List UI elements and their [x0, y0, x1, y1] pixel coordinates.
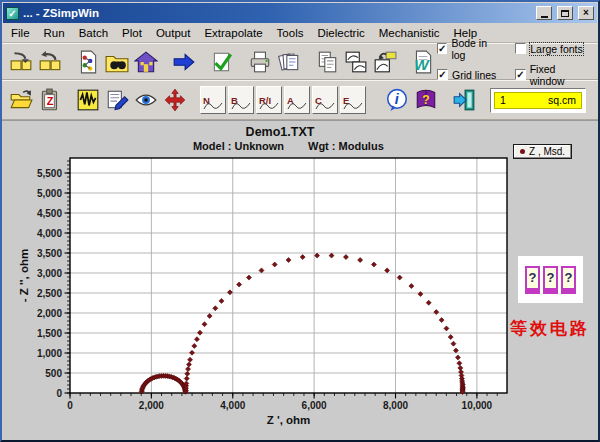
bode-in-log-label: Bode in log	[451, 37, 499, 61]
menu-run[interactable]: Run	[37, 25, 72, 41]
large-fonts-checkbox-box[interactable]	[515, 43, 526, 54]
home-icon	[134, 50, 158, 74]
signal-button[interactable]	[73, 86, 102, 115]
run-next-button[interactable]	[169, 47, 198, 76]
svg-text:Z: Z	[46, 95, 53, 107]
toolbar-top-buttons: W	[6, 47, 437, 76]
plot-real-imag-button[interactable]: R/I	[256, 86, 282, 114]
notepad-pen-icon	[105, 88, 129, 112]
menu-batch[interactable]: Batch	[72, 25, 115, 41]
home-button[interactable]	[131, 47, 160, 76]
chart-windows-icon	[344, 50, 368, 74]
question-card-icon: ?	[543, 266, 558, 294]
arrow-right-icon	[172, 50, 196, 74]
move-arrows-icon	[163, 88, 187, 112]
menu-output[interactable]: Output	[149, 25, 198, 41]
bode-in-log-checkbox-box[interactable]: ✓	[437, 43, 447, 54]
legend-marker-icon	[520, 149, 525, 154]
checkbox-grid-lines[interactable]: ✓ Grid lines	[437, 63, 499, 87]
view-button[interactable]	[131, 86, 160, 115]
toolbar-bottom-buttons: Z	[6, 86, 189, 115]
plot-bode-button[interactable]: B	[228, 86, 254, 114]
grid-lines-checkbox-box[interactable]: ✓	[437, 69, 448, 80]
export-chart-icon	[373, 50, 397, 74]
fixed-window-checkbox-box[interactable]: ✓	[515, 69, 525, 80]
chart-legend[interactable]: Z , Msd.	[513, 144, 572, 159]
paste-impedance-button[interactable]: Z	[35, 86, 64, 115]
molecule-doc-icon	[76, 50, 100, 74]
question-card-icon: ?	[561, 266, 576, 294]
minimize-icon	[541, 16, 548, 18]
open-data-file-button[interactable]	[6, 86, 35, 115]
print-preview-button[interactable]	[274, 47, 303, 76]
svg-text:1,000: 1,000	[37, 348, 62, 359]
word-doc-icon: W	[411, 50, 435, 74]
menu-dielectric[interactable]: Dielectric	[310, 25, 371, 41]
area-value[interactable]: 1	[500, 94, 506, 106]
plot-type-buttons: N B R/I A C E	[199, 86, 367, 114]
checkbox-bode-in-log[interactable]: ✓ Bode in log	[437, 37, 499, 61]
close-icon: ×	[583, 8, 589, 18]
export-chart-button[interactable]	[370, 47, 399, 76]
export-word-button[interactable]: W	[408, 47, 437, 76]
save-data-button[interactable]	[6, 47, 35, 76]
window-title: ... - ZSimpWin	[23, 7, 531, 19]
area-unit-label: sq.cm	[548, 94, 576, 106]
svg-text:?: ?	[422, 93, 429, 107]
help-button[interactable]: ?	[411, 86, 440, 115]
plot-bode-curve-icon	[231, 99, 251, 111]
nyquist-plot: 02,0004,0006,0008,00010,00005001,0001,50…	[2, 121, 600, 442]
equivalent-circuit-caption: 等效电路	[510, 317, 590, 340]
menu-plot[interactable]: Plot	[115, 25, 149, 41]
plot-admittance-curve-icon	[287, 99, 307, 111]
menu-tools[interactable]: Tools	[270, 25, 311, 41]
menu-extrapolate[interactable]: Extrapolate	[197, 25, 269, 41]
svg-text:2,000: 2,000	[37, 308, 62, 319]
equivalent-circuit-button[interactable]: ???	[518, 256, 583, 303]
chart-subtitle-weight: Wgt : Modulus	[308, 140, 384, 152]
maximize-icon	[561, 10, 569, 17]
question-card-icon: ?	[525, 266, 540, 294]
validate-button[interactable]	[207, 47, 236, 76]
zsimpwin-window: ✓ ... - ZSimpWin × FileRunBatchPlotOutpu…	[0, 0, 600, 442]
area-panel: 1 sq.cm	[490, 88, 586, 113]
maximize-button[interactable]	[557, 6, 573, 20]
electrode-area-field[interactable]: 1 sq.cm	[494, 92, 582, 109]
eye-icon	[134, 88, 158, 112]
notes-button[interactable]	[102, 86, 131, 115]
copy-charts-button[interactable]	[341, 47, 370, 76]
plot-error-button[interactable]: E	[340, 86, 366, 114]
svg-text:W: W	[414, 55, 430, 72]
plot-nyquist-button[interactable]: N	[200, 86, 226, 114]
plot-admittance-button[interactable]: A	[284, 86, 310, 114]
info-button[interactable]: i	[382, 86, 411, 115]
menu-file[interactable]: File	[4, 25, 37, 41]
x-axis-label: Z ', ohm	[267, 414, 311, 426]
load-data-button[interactable]	[35, 47, 64, 76]
app-icon: ✓	[6, 7, 19, 20]
checkbox-fixed-window[interactable]: ✓ Fixed window	[515, 63, 588, 87]
svg-text:1,500: 1,500	[37, 328, 62, 339]
plot-capacitance-curve-icon	[315, 99, 335, 111]
fixed-window-label: Fixed window	[530, 63, 588, 87]
legend-label: Z , Msd.	[529, 146, 565, 157]
svg-text:4,500: 4,500	[37, 208, 62, 219]
close-button[interactable]: ×	[578, 6, 594, 20]
exit-button[interactable]	[449, 86, 478, 115]
y-axis-label: - Z '', ohm	[18, 249, 30, 302]
svg-text:0: 0	[56, 388, 62, 399]
menu-mechanistic[interactable]: Mechanistic	[372, 25, 447, 41]
svg-text:2,000: 2,000	[139, 400, 164, 411]
chart-title: Demo1.TXT	[246, 125, 315, 139]
plot-nyquist-curve-icon	[203, 99, 223, 111]
checkbox-large-fonts[interactable]: Large fonts	[515, 37, 588, 61]
model-document-button[interactable]	[73, 47, 102, 76]
copy-button[interactable]	[312, 47, 341, 76]
print-pages-icon	[277, 50, 301, 74]
print-button[interactable]	[245, 47, 274, 76]
pan-button[interactable]	[160, 86, 189, 115]
exit-door-icon	[452, 88, 476, 112]
plot-capacitance-button[interactable]: C	[312, 86, 338, 114]
find-button[interactable]	[102, 47, 131, 76]
minimize-button[interactable]	[536, 6, 552, 20]
